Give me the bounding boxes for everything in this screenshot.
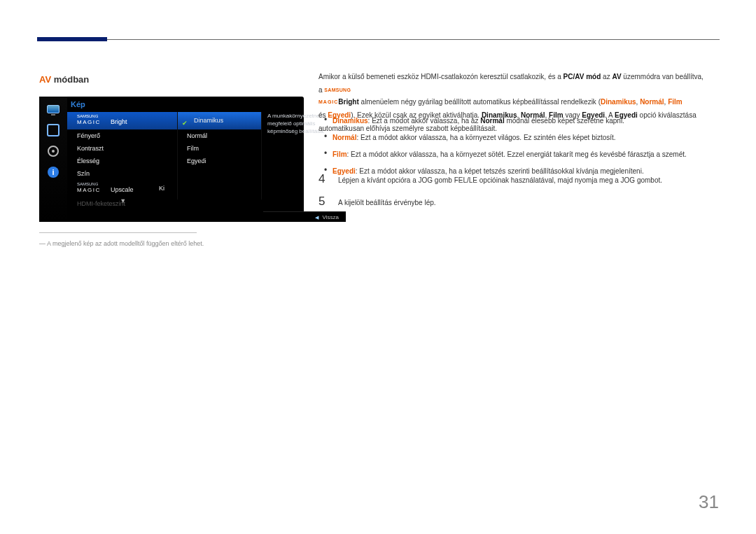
divider xyxy=(177,112,178,199)
option-custom[interactable]: Egyedi xyxy=(177,155,261,167)
menu-magic-bright[interactable]: SAMSUNG MAGIC Bright xyxy=(67,112,177,129)
option-film[interactable]: Film xyxy=(177,142,261,155)
page-number: 31 xyxy=(699,491,719,513)
page-header-rule xyxy=(37,40,720,41)
list-item: •Film: Ezt a módot akkor válassza, ha a … xyxy=(318,148,721,160)
footnote: ― A megjelenő kép az adott modelltől füg… xyxy=(39,240,204,247)
list-item: •Dinamikus: Ezt a módot akkor válassza, … xyxy=(318,115,721,127)
osd-panel: i Kép SAMSUNG MAGIC Bright Fényerő Kontr… xyxy=(39,97,304,222)
menu-brightness[interactable]: Fényerő xyxy=(67,129,177,142)
title-rest: módban xyxy=(51,74,89,85)
title-av: AV xyxy=(39,74,51,85)
position-icon[interactable] xyxy=(45,122,62,139)
osd-column-main: SAMSUNG MAGIC Bright Fényerő Kontraszt É… xyxy=(67,112,177,210)
steps: 4Lépjen a kívánt opcióra a JOG gomb FEL/… xyxy=(318,172,721,217)
step-4: 4Lépjen a kívánt opcióra a JOG gomb FEL/… xyxy=(318,172,721,186)
section-title: AV módban xyxy=(39,74,89,85)
settings-icon[interactable] xyxy=(45,143,62,160)
menu-color[interactable]: Szín xyxy=(67,167,177,180)
osd-title: Kép xyxy=(71,100,85,108)
option-normal[interactable]: Normál xyxy=(177,129,261,142)
osd-column-options: ✔ Dinamikus Normál Film Egyedi xyxy=(177,112,261,167)
step-5: 5A kijelölt beállítás érvénybe lép. xyxy=(318,195,721,209)
menu-sharpness[interactable]: Élesség xyxy=(67,155,177,167)
scroll-down-icon[interactable]: ▼ xyxy=(120,197,126,204)
osd-sidebar: i xyxy=(39,97,67,222)
check-icon: ✔ xyxy=(182,115,188,121)
info-icon[interactable]: i xyxy=(45,164,62,181)
list-item: •Normál: Ezt a módot akkor válassza, ha … xyxy=(318,132,721,143)
footnote-rule xyxy=(39,232,197,233)
option-dynamic[interactable]: ✔ Dinamikus xyxy=(177,112,261,129)
picture-icon[interactable] xyxy=(45,101,62,118)
menu-contrast[interactable]: Kontraszt xyxy=(67,142,177,155)
back-icon: ◀ xyxy=(315,212,318,223)
divider xyxy=(261,112,262,199)
menu-magic-upscale[interactable]: SAMSUNG MAGIC Upscale Ki xyxy=(67,180,177,197)
